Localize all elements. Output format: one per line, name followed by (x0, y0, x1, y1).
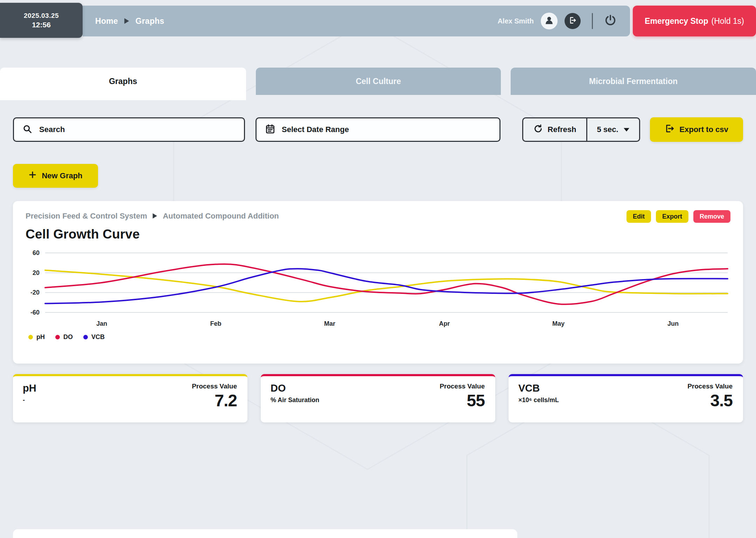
tab-microbial-fermentation[interactable]: Microbial Fermentation (511, 68, 756, 95)
graph-card-header: Precision Feed & Control System Automate… (26, 210, 730, 223)
legend-item[interactable]: pH (28, 333, 45, 341)
refresh-group: Refresh 5 sec. (522, 117, 640, 142)
growth-chart: 6020-20-60JanFebMarAprMayJun (26, 247, 730, 331)
legend-item[interactable]: DO (55, 333, 73, 341)
power-icon (604, 14, 617, 28)
metric-name: VCB (518, 382, 559, 394)
remove-button[interactable]: Remove (693, 210, 730, 223)
svg-text:Mar: Mar (324, 320, 335, 327)
chart-legend: pH DO VCB (26, 333, 730, 341)
header-bar: Home Graphs Alex Smith (83, 6, 630, 36)
tab-graphs[interactable]: Graphs (0, 68, 246, 95)
tab-cell-culture[interactable]: Cell Culture (256, 68, 501, 95)
refresh-interval-value: 5 sec. (597, 125, 618, 134)
svg-text:Jan: Jan (96, 320, 107, 327)
clock-time: 12:56 (32, 21, 51, 29)
export-button[interactable]: Export (656, 210, 688, 223)
svg-text:Jun: Jun (667, 320, 679, 327)
process-value: 3.5 (687, 391, 733, 410)
power-button[interactable] (604, 14, 617, 28)
new-graph-button[interactable]: New Graph (13, 164, 98, 188)
header-divider (592, 13, 593, 29)
refresh-button[interactable]: Refresh (523, 118, 587, 141)
logout-icon (568, 16, 577, 26)
process-value: 7.2 (192, 391, 237, 410)
legend-dot (28, 335, 33, 339)
metric-cards-row: pH - Process Value 7.2 DO % Air Saturati… (13, 374, 743, 422)
refresh-interval-select[interactable]: 5 sec. (587, 118, 639, 141)
legend-item[interactable]: VCB (83, 333, 105, 341)
svg-text:Feb: Feb (210, 320, 221, 327)
svg-text:20: 20 (33, 269, 40, 276)
metric-unit: % Air Saturation (271, 396, 319, 404)
metric-unit: - (23, 396, 36, 404)
graph-card-actions: Edit Export Remove (626, 210, 730, 223)
tab-graphs-label: Graphs (109, 77, 137, 86)
breadcrumb-current: Graphs (135, 16, 164, 26)
refresh-icon (533, 124, 543, 136)
svg-text:-20: -20 (30, 289, 40, 296)
process-value-label: Process Value (687, 382, 733, 390)
export-csv-label: Export to csv (679, 125, 728, 134)
metric-left: pH - (23, 382, 36, 422)
graph-card: Precision Feed & Control System Automate… (13, 201, 743, 364)
metric-right: Process Value 3.5 (687, 382, 733, 422)
user-icon (544, 15, 554, 27)
metric-card: pH - Process Value 7.2 (13, 374, 247, 422)
edit-button[interactable]: Edit (626, 210, 651, 223)
chevron-down-icon (623, 125, 630, 134)
graph-card-breadcrumb: Precision Feed & Control System Automate… (26, 212, 279, 221)
metric-card: DO % Air Saturation Process Value 55 (261, 374, 495, 422)
user-name: Alex Smith (498, 17, 534, 25)
date-range-label: Select Date Range (282, 125, 349, 134)
svg-text:60: 60 (33, 249, 40, 256)
system-breadcrumb: Precision Feed & Control System (26, 212, 147, 221)
legend-dot (83, 335, 88, 339)
legend-label: DO (63, 333, 73, 341)
metric-left: VCB ×10⁶ cells/mL (518, 382, 559, 422)
search-icon (22, 124, 32, 135)
avatar[interactable] (541, 13, 558, 29)
svg-text:Apr: Apr (439, 320, 450, 327)
metric-left: DO % Air Saturation (271, 382, 319, 422)
process-value: 55 (440, 391, 485, 410)
breadcrumb-arrow-icon (124, 16, 129, 26)
plus-icon (28, 171, 37, 181)
new-graph-label: New Graph (42, 171, 82, 180)
next-graph-card-peek (13, 529, 517, 538)
emergency-stop-label: Emergency Stop (645, 16, 708, 26)
legend-label: pH (36, 333, 45, 341)
svg-text:May: May (552, 320, 565, 327)
process-value-label: Process Value (192, 382, 237, 390)
emergency-stop-button[interactable]: Emergency Stop (Hold 1s) (633, 6, 756, 36)
app-page: 2025.03.25 12:56 Home Graphs Alex Smith (0, 0, 756, 538)
process-breadcrumb: Automated Compound Addition (163, 212, 279, 221)
search-box (13, 117, 245, 142)
search-input[interactable] (38, 125, 236, 134)
process-value-label: Process Value (440, 382, 485, 390)
date-range-picker[interactable]: Select Date Range (255, 117, 500, 142)
tab-bar: Graphs Cell Culture Microbial Fermentati… (0, 68, 756, 95)
export-csv-button[interactable]: Export to csv (650, 117, 743, 142)
export-icon (665, 124, 674, 136)
breadcrumb: Home Graphs (95, 16, 164, 26)
header-right: Alex Smith (498, 13, 617, 29)
tab-microbial-fermentation-label: Microbial Fermentation (589, 77, 678, 86)
clock-date: 2025.03.25 (24, 12, 59, 20)
legend-label: VCB (91, 333, 105, 341)
metric-name: DO (271, 382, 319, 394)
calendar-icon (265, 124, 275, 136)
metric-name: pH (23, 382, 36, 394)
svg-text:-60: -60 (30, 309, 40, 316)
tab-cell-culture-label: Cell Culture (356, 77, 401, 86)
breadcrumb-home-link[interactable]: Home (95, 16, 118, 26)
chart-area: 6020-20-60JanFebMarAprMayJun (26, 247, 730, 331)
metric-card: VCB ×10⁶ cells/mL Process Value 3.5 (509, 374, 743, 422)
graph-title: Cell Growth Curve (26, 227, 730, 242)
clock-box: 2025.03.25 12:56 (0, 3, 83, 38)
metric-right: Process Value 55 (440, 382, 485, 422)
breadcrumb-arrow-icon (153, 212, 157, 221)
logout-button[interactable] (565, 13, 581, 29)
legend-dot (55, 335, 60, 339)
metric-right: Process Value 7.2 (192, 382, 237, 422)
